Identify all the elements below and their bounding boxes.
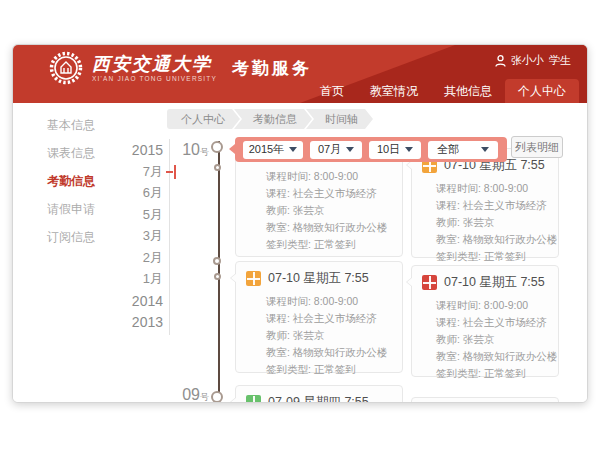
user-icon [495, 55, 506, 67]
brand-block: 西安交通大学 XI'AN JIAO TONG UNIVERSITY 考勤服务 [49, 51, 312, 85]
timeline-month-2014[interactable]: 2014 [101, 292, 163, 310]
card-field: 课程: 社会主义市场经济 [436, 197, 550, 214]
app-header: 西安交通大学 XI'AN JIAO TONG UNIVERSITY 考勤服务 张… [13, 45, 587, 103]
user-name: 张小小 [511, 53, 544, 68]
card-field: 教室: 格物致知行政办公楼 [266, 344, 394, 361]
filter-select-year[interactable]: 2015年 [243, 141, 303, 159]
attendance-card-card-2[interactable]: 07-10 星期五 7:55 课程时间: 8:00-9:00 课程: 社会主义市… [411, 148, 559, 258]
card-field: 教师: 张芸京 [266, 202, 394, 219]
card-field: 签到类型: 正常签到 [266, 361, 394, 378]
breadcrumb-item-个人中心[interactable]: 个人中心 [167, 109, 240, 129]
list-detail-button[interactable]: 列表明细 [511, 136, 563, 158]
app-window: 西安交通大学 XI'AN JIAO TONG UNIVERSITY 考勤服务 张… [12, 44, 588, 403]
attendance-card-card-3[interactable]: 07-10 星期五 7:55 课程时间: 8:00-9:00 课程: 社会主义市… [235, 261, 403, 373]
timeline-node-icon [211, 141, 223, 153]
breadcrumb: 个人中心考勤信息时间轴 [167, 109, 373, 129]
timeline-month-7月[interactable]: 7月 [101, 163, 163, 181]
timeline-month-2013[interactable]: 2013 [101, 313, 163, 331]
nav-item-首页[interactable]: 首页 [307, 79, 357, 103]
timeline-month-6月[interactable]: 6月 [101, 184, 163, 202]
card-field: 课程时间: 8:00-9:00 [436, 297, 550, 314]
breadcrumb-item-时间轴[interactable]: 时间轴 [306, 109, 373, 129]
timeline-month-2015[interactable]: 2015 [101, 141, 163, 159]
timeline-month-3月[interactable]: 3月 [101, 227, 163, 245]
breadcrumb-item-考勤信息[interactable]: 考勤信息 [234, 109, 312, 129]
attendance-card-card-5[interactable]: 07-09 星期四 7:55 [235, 385, 403, 403]
timeline-node-icon [214, 164, 221, 171]
timeline-month-5月[interactable]: 5月 [101, 206, 163, 224]
page-background: 西安交通大学 XI'AN JIAO TONG UNIVERSITY 考勤服务 张… [0, 0, 600, 450]
filter-select-month[interactable]: 07月 [310, 141, 362, 159]
university-name-en: XI'AN JIAO TONG UNIVERSITY [92, 75, 217, 82]
university-name-cn: 西安交通大学 [92, 54, 217, 74]
timeline-month-2月[interactable]: 2月 [101, 249, 163, 267]
card-field: 课程时间: 8:00-9:00 [266, 293, 394, 310]
filter-select-type[interactable]: 全部 [428, 141, 498, 159]
card-field: 课程时间: 8:00-9:00 [436, 180, 550, 197]
user-role: 学生 [549, 53, 571, 68]
page-body: 基本信息课表信息考勤信息请假申请订阅信息 个人中心考勤信息时间轴 2015 7月… [13, 103, 587, 403]
attendance-status-icon [246, 395, 261, 403]
card-field: 签到类型: 正常签到 [436, 365, 550, 382]
university-logo-icon [49, 51, 83, 85]
card-field: 教室: 格物致知行政办公楼 [436, 348, 550, 365]
filter-bar: 2015年 07月 10日 全部 [235, 137, 507, 162]
card-field: 教室: 格物致知行政办公楼 [266, 219, 394, 236]
card-field: 课程: 社会主义市场经济 [266, 310, 394, 327]
timeline-node-icon [211, 391, 223, 403]
attendance-card-card-4[interactable]: 07-10 星期五 7:55 课程时间: 8:00-9:00 课程: 社会主义市… [411, 265, 559, 377]
selected-month-tick-icon [166, 165, 176, 179]
card-field: 教师: 张芸京 [266, 327, 394, 344]
nav-item-教室情况[interactable]: 教室情况 [357, 79, 431, 103]
nav-item-其他信息[interactable]: 其他信息 [431, 79, 505, 103]
nav-item-个人中心[interactable]: 个人中心 [505, 79, 579, 103]
main-nav: 首页教室情况其他信息个人中心 [307, 79, 579, 103]
timeline-day-label-10: 10号 [157, 141, 209, 159]
card-field: 教师: 张芸京 [436, 214, 550, 231]
card-date: 07-10 星期五 7:55 [444, 274, 545, 291]
card-field: 教室: 格物致知行政办公楼 [436, 231, 550, 248]
timeline-node-icon [213, 257, 221, 265]
chevron-down-icon [289, 147, 297, 152]
user-info[interactable]: 张小小 学生 [495, 53, 571, 68]
attendance-status-icon [246, 271, 261, 286]
sidebar-item-基本信息[interactable]: 基本信息 [13, 111, 161, 139]
chevron-down-icon [346, 147, 354, 152]
timeline-axis [218, 141, 220, 403]
filter-select-day[interactable]: 10日 [369, 141, 421, 159]
timeline-node-icon [214, 273, 221, 280]
card-field: 教师: 张芸京 [436, 331, 550, 348]
chevron-down-icon [481, 147, 489, 152]
card-date: 07-10 星期五 7:55 [268, 270, 369, 287]
card-field: 课程: 社会主义市场经济 [266, 185, 394, 202]
attendance-card-partial[interactable] [411, 397, 559, 403]
attendance-status-icon [422, 275, 437, 290]
card-field: 签到类型: 正常签到 [266, 236, 394, 253]
university-name: 西安交通大学 XI'AN JIAO TONG UNIVERSITY [92, 54, 217, 82]
chevron-down-icon [405, 147, 413, 152]
card-date: 07-09 星期四 7:55 [268, 394, 369, 403]
card-field: 课程: 社会主义市场经济 [436, 314, 550, 331]
timeline-day-label-09: 09号 [157, 386, 209, 403]
card-field: 签到类型: 正常签到 [436, 248, 550, 265]
timeline-month-1月[interactable]: 1月 [101, 270, 163, 288]
app-title: 考勤服务 [232, 57, 312, 80]
card-field: 课程时间: 8:00-9:00 [266, 168, 394, 185]
